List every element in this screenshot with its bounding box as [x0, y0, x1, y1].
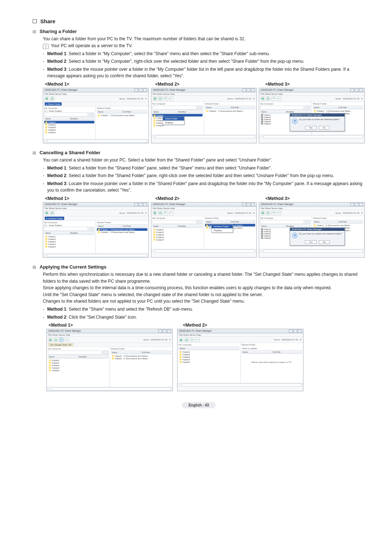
- list-item[interactable]: Folder2: [152, 231, 203, 233]
- server-label[interactable]: Server : SAMSUNG PC Sh.. ▼: [119, 212, 147, 214]
- col-header[interactable]: Modified: [286, 110, 310, 113]
- share-icon[interactable]: ▦: [153, 211, 157, 215]
- explorer-icon[interactable]: ▤: [266, 211, 270, 215]
- col-header[interactable]: Name: [153, 225, 178, 228]
- menu-bar[interactable]: File Share Server Help: [43, 207, 148, 210]
- explorer-icon[interactable]: ▤: [184, 338, 189, 342]
- share-icon[interactable]: ▦: [48, 338, 53, 342]
- refresh-db-icon[interactable]: ⟳: [59, 338, 64, 342]
- col-header[interactable]: Name: [45, 232, 70, 234]
- path-input[interactable]: [260, 106, 304, 110]
- list-item[interactable]: Folder1 C:\Documents and Settin...: [97, 114, 147, 116]
- close-icon[interactable]: [143, 89, 147, 92]
- list-item[interactable]: Folder3: [152, 233, 203, 236]
- go-button[interactable]: [305, 106, 310, 110]
- close-icon[interactable]: [143, 203, 147, 206]
- menu-bar[interactable]: File Share Server Help: [151, 207, 257, 210]
- share-icon[interactable]: ▦: [261, 97, 265, 101]
- col-header[interactable]: Modified: [286, 225, 310, 228]
- refresh-icon[interactable]: ⟳: [164, 211, 168, 215]
- minimize-icon[interactable]: [158, 330, 162, 333]
- list-item[interactable]: Folder1 C:\Documents and Settin...: [97, 228, 147, 231]
- list-item[interactable]: Folder5: [48, 369, 109, 372]
- col-header[interactable]: Modified: [177, 225, 202, 228]
- list-item[interactable]: Folder2: [44, 238, 94, 240]
- list-item[interactable]: Folder5: [152, 238, 203, 241]
- col-header[interactable]: Name: [97, 110, 122, 113]
- path-input[interactable]: [152, 106, 196, 110]
- minimize-icon[interactable]: [289, 330, 293, 333]
- col-header[interactable]: Modified: [70, 117, 94, 120]
- no-button[interactable]: No: [319, 126, 330, 130]
- close-icon[interactable]: [359, 203, 363, 206]
- col-header[interactable]: Full Path: [141, 351, 171, 354]
- explorer-icon[interactable]: ▤: [50, 97, 54, 101]
- list-item[interactable]: Folder3: [44, 126, 94, 128]
- col-header[interactable]: Full Path: [338, 106, 363, 109]
- list-item[interactable]: Video1 C:\Documents and Settin...: [111, 355, 172, 357]
- list-item[interactable]: Folder4: [44, 128, 94, 131]
- go-button[interactable]: [305, 220, 310, 224]
- col-header[interactable]: Name: [179, 347, 239, 350]
- col-header[interactable]: Modified: [70, 232, 94, 234]
- server-label[interactable]: Server : SAMSUNG PC Sh.. ▼: [119, 98, 147, 100]
- share-icon[interactable]: ▦: [45, 97, 49, 101]
- col-header[interactable]: Modified: [177, 110, 202, 113]
- maximize-icon[interactable]: [355, 203, 359, 206]
- yes-button[interactable]: Yes: [305, 240, 317, 244]
- maximize-icon[interactable]: [163, 330, 167, 333]
- list-item[interactable]: Folder5: [179, 361, 239, 363]
- list-item[interactable]: Folder1: [44, 235, 94, 238]
- maximize-icon[interactable]: [355, 89, 359, 92]
- menu-bar[interactable]: File Share Server Help: [259, 207, 364, 210]
- back-icon[interactable]: ↩: [277, 97, 281, 101]
- share-menu-highlight[interactable]: ▸ Share Folder: [45, 102, 62, 106]
- col-header[interactable]: Name: [313, 220, 338, 223]
- path-input[interactable]: [44, 112, 88, 116]
- close-icon[interactable]: [251, 89, 255, 92]
- server-label[interactable]: Server : SAMSUNG PC Sh.. ▼: [143, 339, 171, 341]
- list-item[interactable]: Folder4: [44, 243, 94, 245]
- close-icon[interactable]: [298, 330, 302, 333]
- list-item[interactable]: Folder5: [44, 245, 94, 248]
- server-label[interactable]: Server : SAMSUNG PC Sh.. ▼: [335, 98, 363, 100]
- list-item[interactable]: Folder1: [179, 351, 239, 353]
- explorer-icon[interactable]: ▤: [158, 211, 163, 215]
- list-item[interactable]: Folder1 C:\Documents and Settin...: [205, 110, 255, 112]
- list-item[interactable]: Folder1: [48, 359, 109, 361]
- go-button[interactable]: [89, 227, 94, 231]
- list-item[interactable]: Folder2: [48, 361, 109, 364]
- ctx-unshare-folder[interactable]: Unshare Folder: [212, 225, 233, 228]
- col-header[interactable]: Name: [261, 110, 285, 113]
- refresh-icon[interactable]: ⟳: [271, 211, 276, 215]
- server-label[interactable]: Server : SAMSUNG PC Sh.. ▼: [227, 98, 255, 100]
- minimize-icon[interactable]: [350, 203, 354, 206]
- list-item[interactable]: Folder1 C:\Documents and Settin...: [313, 110, 363, 112]
- go-button[interactable]: [103, 351, 109, 355]
- path-input[interactable]: [48, 351, 102, 355]
- list-item[interactable]: Folder1: [152, 114, 203, 116]
- close-icon[interactable]: [251, 203, 255, 206]
- list-item[interactable]: Folder1: [44, 121, 94, 123]
- maximize-icon[interactable]: [139, 203, 143, 206]
- maximize-icon[interactable]: [139, 89, 143, 92]
- go-button[interactable]: [197, 106, 203, 110]
- close-icon[interactable]: [167, 330, 171, 333]
- list-item[interactable]: Folder4: [48, 367, 109, 369]
- col-header[interactable]: Name: [97, 225, 122, 228]
- menu-bar[interactable]: File Share Server Help: [47, 334, 172, 337]
- menu-bar[interactable]: File Share Server Help: [177, 334, 303, 337]
- close-icon[interactable]: [359, 89, 363, 92]
- back-icon[interactable]: ↩: [195, 338, 200, 342]
- path-input[interactable]: [44, 227, 88, 231]
- col-header[interactable]: Full Path: [122, 225, 147, 228]
- menu-bar[interactable]: File Share Server Help: [151, 93, 257, 96]
- go-button[interactable]: [89, 112, 94, 116]
- explorer-icon[interactable]: ▤: [266, 97, 270, 101]
- list-item[interactable]: Folder4: [152, 236, 203, 238]
- list-item[interactable]: Folder2: [44, 123, 94, 126]
- share-icon[interactable]: ▦: [153, 97, 157, 101]
- minimize-icon[interactable]: [350, 89, 354, 92]
- maximize-icon[interactable]: [246, 203, 250, 206]
- list-item[interactable]: Folder5: [44, 131, 94, 134]
